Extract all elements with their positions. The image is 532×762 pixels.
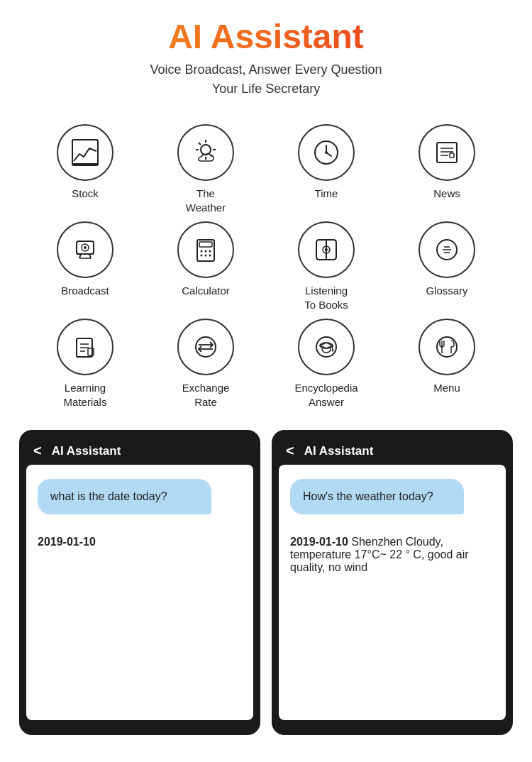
- svg-point-53: [437, 337, 457, 357]
- calculator-label: Calculator: [182, 284, 230, 298]
- news-icon: [431, 137, 462, 168]
- glossary-icon: [431, 234, 462, 265]
- exchange-icon-circle: [177, 319, 234, 375]
- time-label: Time: [315, 187, 338, 201]
- svg-point-13: [325, 151, 328, 154]
- svg-point-28: [201, 250, 203, 253]
- listening-icon-circle: [298, 221, 355, 278]
- glossary-icon-circle: [419, 221, 475, 278]
- stock-icon: [70, 137, 101, 168]
- svg-point-30: [209, 250, 211, 253]
- weather-label: TheWeather: [186, 187, 226, 214]
- phone1-user-bubble: what is the date today?: [38, 479, 211, 514]
- learning-label: LearningMaterials: [64, 381, 107, 409]
- icon-item-broadcast[interactable]: Broadcast: [28, 221, 142, 311]
- exchange-label: ExchangeRate: [182, 381, 230, 409]
- phone2-response: 2019-01-10 Shenzhen Cloudy, temperature …: [290, 536, 494, 574]
- time-icon-circle: [298, 124, 355, 181]
- phones-row: < AI Assistant what is the date today? 2…: [0, 430, 532, 756]
- calculator-icon-circle: [177, 221, 234, 278]
- glossary-label: Glossary: [426, 284, 467, 298]
- time-icon: [311, 137, 342, 168]
- weather-icon-circle: [177, 124, 234, 181]
- svg-point-32: [205, 255, 207, 257]
- news-icon-circle: [419, 124, 475, 181]
- app-subtitle: Voice Broadcast, Answer Every Question Y…: [0, 60, 532, 99]
- header-section: AI Assistant Voice Broadcast, Answer Eve…: [0, 0, 532, 110]
- icon-grid: Stock TheWeather: [0, 110, 532, 430]
- icon-item-learning[interactable]: LearningMaterials: [28, 319, 142, 409]
- app-title: AI Assistant: [0, 17, 532, 56]
- svg-point-33: [209, 255, 211, 257]
- stock-icon-circle: [57, 124, 113, 181]
- phone2-user-bubble: How's the weather today?: [290, 479, 464, 514]
- phone1-header: < AI Assistant: [26, 437, 253, 465]
- learning-icon: [70, 331, 101, 363]
- icon-item-time[interactable]: Time: [270, 124, 383, 214]
- calculator-icon: [190, 234, 221, 265]
- menu-label: Menu: [433, 381, 460, 395]
- phone2-screen: How's the weather today? 2019-01-10 Shen…: [279, 465, 506, 720]
- icon-item-glossary[interactable]: Glossary: [390, 221, 504, 311]
- phone2-back-button[interactable]: <: [286, 443, 294, 459]
- listening-label: ListeningTo Books: [304, 284, 348, 311]
- svg-rect-0: [72, 140, 98, 165]
- encyclopedia-icon-circle: [298, 319, 355, 375]
- learning-icon-circle: [57, 319, 113, 375]
- phone2-header: < AI Assistant: [279, 437, 506, 465]
- exchange-icon: [190, 331, 221, 363]
- icon-item-menu[interactable]: Menu: [390, 319, 504, 409]
- svg-point-31: [201, 255, 203, 257]
- news-label: News: [433, 187, 460, 201]
- phone2-title: AI Assistant: [304, 444, 374, 458]
- broadcast-label: Broadcast: [61, 284, 109, 298]
- broadcast-icon: [70, 234, 101, 265]
- icon-item-encyclopedia[interactable]: EncyclopediaAnswer: [270, 319, 383, 409]
- phone-mockup-1: < AI Assistant what is the date today? 2…: [19, 430, 260, 735]
- phone1-back-button[interactable]: <: [33, 443, 42, 459]
- stock-label: Stock: [72, 187, 99, 201]
- menu-icon: [431, 331, 462, 363]
- encyclopedia-label: EncyclopediaAnswer: [294, 381, 358, 409]
- broadcast-icon-circle: [57, 221, 113, 278]
- icon-item-weather[interactable]: TheWeather: [149, 124, 262, 214]
- svg-rect-14: [437, 143, 457, 162]
- phone-mockup-2: < AI Assistant How's the weather today? …: [272, 430, 513, 735]
- icon-item-exchange[interactable]: ExchangeRate: [149, 319, 262, 409]
- icon-item-stock[interactable]: Stock: [28, 124, 142, 214]
- phone1-response: 2019-01-10: [38, 536, 242, 548]
- icon-item-listening[interactable]: ListeningTo Books: [270, 221, 383, 311]
- svg-point-52: [332, 350, 334, 352]
- svg-rect-27: [199, 242, 212, 247]
- listening-icon: [311, 234, 342, 265]
- svg-line-8: [199, 143, 201, 145]
- svg-point-21: [84, 246, 87, 249]
- weather-icon: [190, 137, 221, 168]
- icon-item-news[interactable]: News: [390, 124, 504, 214]
- encyclopedia-icon: [311, 331, 342, 363]
- menu-icon-circle: [419, 319, 475, 375]
- phone2-response-bold: 2019-01-10: [290, 536, 348, 548]
- svg-rect-18: [450, 153, 454, 158]
- phone1-title: AI Assistant: [52, 444, 121, 458]
- svg-point-45: [196, 337, 216, 357]
- svg-point-29: [205, 250, 207, 253]
- svg-point-49: [320, 343, 333, 348]
- svg-point-48: [316, 337, 336, 357]
- icon-item-calculator[interactable]: Calculator: [149, 221, 262, 311]
- svg-point-3: [201, 145, 211, 155]
- phone1-screen: what is the date today? 2019-01-10: [26, 465, 253, 720]
